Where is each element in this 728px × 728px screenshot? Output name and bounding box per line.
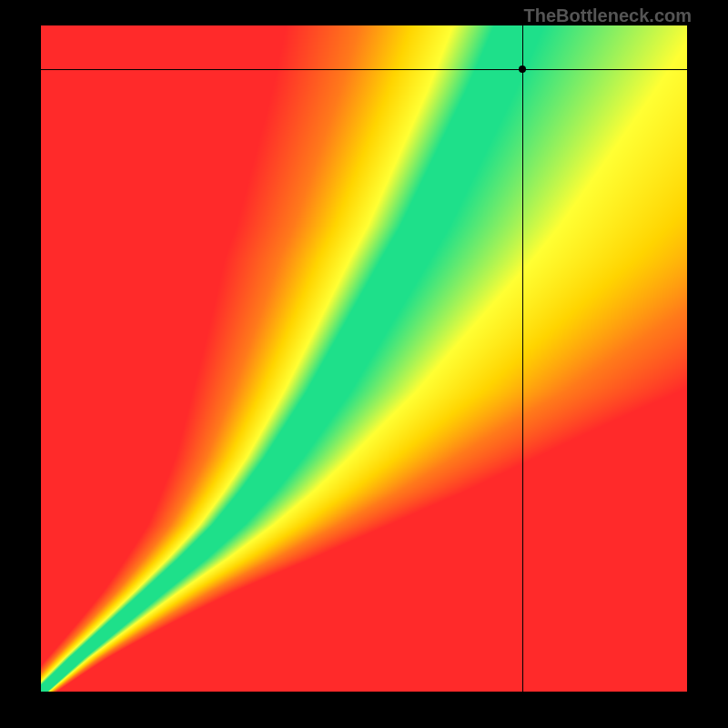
- crosshair-marker: [519, 66, 526, 73]
- heatmap-plot: [41, 25, 687, 692]
- chart-container: TheBottleneck.com: [0, 0, 728, 728]
- crosshair-horizontal: [41, 69, 687, 70]
- crosshair-vertical: [522, 25, 523, 692]
- watermark-text: TheBottleneck.com: [524, 5, 692, 26]
- heatmap-canvas: [41, 25, 687, 692]
